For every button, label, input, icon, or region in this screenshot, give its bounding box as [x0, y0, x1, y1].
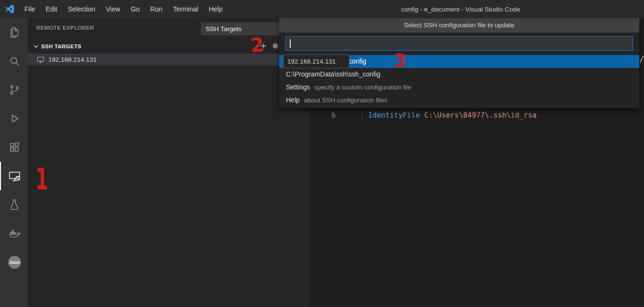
docker-whale-icon: [8, 227, 21, 240]
line-number: 6: [309, 110, 336, 121]
activity-run-debug-button[interactable]: [0, 104, 28, 133]
activity-explorer-button[interactable]: [0, 18, 28, 47]
code-line-6: 6 IdentityFile C:\Users\84977\.ssh\id_rs…: [309, 110, 644, 121]
quick-pick-item-help[interactable]: Help about SSH configuration files: [279, 94, 639, 107]
quick-pick-item-system-config[interactable]: C:\ProgramData\ssh\ssh_config 192.168.21…: [279, 68, 639, 81]
activity-docker-button[interactable]: [0, 219, 28, 248]
ssh-targets-select[interactable]: SSH Targets: [201, 22, 281, 35]
menu-help[interactable]: Help: [204, 0, 228, 18]
activity-search-button[interactable]: [0, 47, 28, 76]
item-label: Help: [286, 94, 300, 107]
quick-pick-item-settings[interactable]: Settings specify a custom configuration …: [279, 81, 639, 94]
vm-monitor-icon: [37, 56, 44, 64]
quick-pick-input-wrap: [279, 33, 639, 55]
chevron-down-icon: [32, 43, 40, 50]
quick-pick: Select SSH configuration file to update …: [279, 18, 639, 108]
ssh-target-item[interactable]: 192.168.214.131: [28, 54, 309, 66]
item-description: specify a custom configuration file: [315, 81, 412, 94]
quick-pick-list: C:\Users\84977\.ssh\config C:\ProgramDat…: [279, 55, 639, 108]
activity-testing-button[interactable]: [0, 190, 28, 219]
window-title: config - e_document - Visual Studio Code: [282, 6, 639, 13]
item-label: C:\ProgramData\ssh\ssh_config: [286, 68, 381, 81]
menu-go[interactable]: Go: [125, 0, 145, 18]
item-description: about SSH configuration files: [304, 94, 387, 107]
indent-guide: [362, 111, 362, 120]
hover-tooltip: 192.168.214.131: [283, 68, 349, 68]
ssh-target-label: 192.168.214.131: [48, 56, 97, 63]
vscode-logo-icon: [0, 0, 19, 18]
extensions-icon: [8, 141, 21, 154]
remote-explorer-icon: [8, 170, 21, 183]
menu-edit[interactable]: Edit: [41, 0, 63, 18]
code-value: C:\Users\84977\.ssh\id_rsa: [420, 111, 536, 120]
clipped-editor-glyph: /: [639, 55, 644, 64]
activity-extensions-button[interactable]: [0, 133, 28, 162]
configure-ssh-button[interactable]: [272, 42, 279, 50]
code-text: IdentityFile C:\Users\84977\.ssh\id_rsa: [368, 110, 536, 121]
activity-json-button[interactable]: Json: [0, 248, 28, 276]
menu-terminal[interactable]: Terminal: [168, 0, 204, 18]
activity-remote-explorer-button[interactable]: [0, 162, 28, 190]
run-debug-icon: [8, 112, 21, 125]
quick-pick-input[interactable]: [285, 36, 633, 51]
flask-icon: [8, 198, 21, 211]
title-bar: File Edit Selection View Go Run Terminal…: [0, 0, 644, 18]
sidebar-title: REMOTE EXPLORER: [36, 25, 94, 31]
activity-bar: Json: [0, 18, 28, 307]
menu-file[interactable]: File: [19, 0, 41, 18]
text-caret: [290, 39, 291, 48]
item-label: Settings: [286, 81, 310, 94]
menu-run[interactable]: Run: [145, 0, 168, 18]
gear-icon: [272, 42, 279, 50]
section-label: SSH TARGETS: [41, 44, 81, 49]
plus-icon: [260, 42, 267, 50]
source-control-icon: [8, 84, 21, 96]
activity-source-control-button[interactable]: [0, 76, 28, 104]
menu-view[interactable]: View: [100, 0, 125, 18]
add-ssh-target-button[interactable]: [260, 42, 267, 50]
code-keyword: IdentityFile: [368, 111, 420, 120]
files-icon: [8, 26, 21, 39]
quick-pick-title: Select SSH configuration file to update: [279, 18, 639, 33]
remote-explorer-panel: REMOTE EXPLORER SSH Targets SSH TARGETS …: [28, 18, 309, 307]
json-icon: Json: [8, 256, 21, 269]
menu-selection[interactable]: Selection: [63, 0, 101, 18]
menu-bar: File Edit Selection View Go Run Terminal…: [19, 0, 228, 18]
search-icon: [8, 55, 21, 67]
